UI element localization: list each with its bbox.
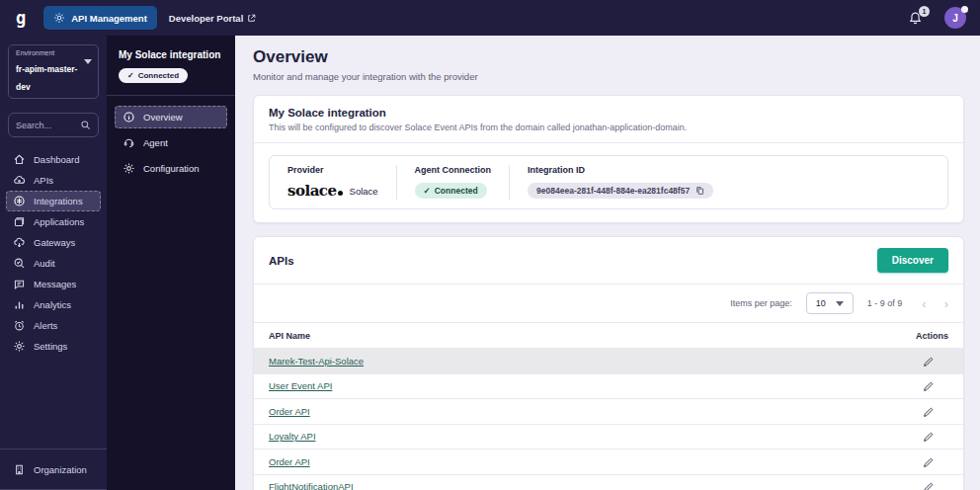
table-row: Order API bbox=[254, 449, 963, 474]
pencil-icon bbox=[922, 356, 935, 368]
gear-icon bbox=[122, 162, 135, 175]
table-row: FlightNotificationAPI bbox=[254, 474, 963, 490]
applications-icon bbox=[13, 215, 26, 228]
home-icon bbox=[13, 153, 26, 166]
edit-api-button[interactable] bbox=[922, 479, 948, 490]
page-title: Overview bbox=[253, 47, 964, 67]
divider bbox=[254, 142, 963, 143]
provider-group: Provider solace Solace bbox=[270, 165, 396, 200]
chevron-down-icon bbox=[836, 301, 844, 306]
gateway-icon bbox=[13, 236, 26, 249]
sidebar-item-analytics[interactable]: Analytics bbox=[6, 294, 101, 315]
provider-name: Solace bbox=[350, 186, 378, 197]
notifications-button[interactable]: 1 bbox=[908, 11, 923, 26]
table-header: API Name Actions bbox=[254, 322, 963, 348]
gravitee-logo[interactable]: g bbox=[16, 10, 26, 27]
next-page-button[interactable]: › bbox=[944, 297, 948, 310]
integration-sidebar: My Solace integration ✓ Connected Overvi… bbox=[107, 36, 235, 490]
agent-connection-group: Agent Connection ✓ Connected bbox=[396, 165, 510, 200]
pencil-icon bbox=[922, 406, 935, 419]
apis-card-title: APIs bbox=[269, 255, 294, 267]
discover-button[interactable]: Discover bbox=[877, 248, 948, 273]
agent-connected-badge: ✓ Connected bbox=[415, 183, 487, 199]
search-icon bbox=[80, 120, 91, 130]
sidebar-item-integrations[interactable]: Integrations bbox=[6, 191, 101, 211]
copy-icon[interactable] bbox=[695, 186, 704, 196]
sidebar-item-dashboard[interactable]: Dashboard bbox=[6, 149, 101, 170]
sidebar-item-settings[interactable]: Settings bbox=[6, 336, 101, 357]
tab-agent[interactable]: Agent bbox=[115, 131, 227, 154]
sidebar-item-apis[interactable]: APIs bbox=[6, 170, 101, 191]
integration-id-chip[interactable]: 9e084eea-281f-448f-884e-ea281fc48f57 bbox=[528, 183, 713, 199]
divider bbox=[107, 95, 235, 96]
notification-count-badge: 1 bbox=[919, 6, 930, 17]
sidebar-item-organization[interactable]: Organization bbox=[6, 449, 101, 489]
api-name-link[interactable]: Marek-Test-Api-Solace bbox=[269, 356, 922, 367]
analytics-icon bbox=[13, 298, 26, 311]
chevron-down-icon bbox=[84, 59, 92, 64]
api-name-link[interactable]: Order API bbox=[269, 456, 922, 467]
edit-api-button[interactable] bbox=[922, 454, 948, 469]
audit-icon bbox=[13, 257, 26, 270]
pencil-icon bbox=[922, 380, 935, 393]
messages-icon bbox=[13, 278, 26, 290]
search-input[interactable] bbox=[16, 121, 76, 130]
integrations-icon bbox=[13, 195, 26, 207]
alerts-icon bbox=[13, 319, 26, 332]
table-row: Order API bbox=[254, 398, 963, 424]
table-row: Marek-Test-Api-Solace bbox=[254, 348, 963, 373]
info-icon bbox=[122, 111, 135, 123]
range-label: 1 - 9 of 9 bbox=[867, 298, 903, 308]
agent-icon bbox=[122, 136, 135, 149]
connected-status-badge: ✓ Connected bbox=[119, 68, 188, 83]
external-link-icon bbox=[247, 14, 256, 23]
gear-icon bbox=[53, 12, 65, 24]
topbar: g API Management Developer Portal 1 J bbox=[0, 0, 980, 36]
integration-card-title: My Solace integration bbox=[269, 107, 948, 119]
page-subtitle: Monitor and manage your integration with… bbox=[253, 71, 964, 82]
integration-id-group: Integration ID 9e084eea-281f-448f-884e-e… bbox=[509, 165, 731, 200]
edit-api-button[interactable] bbox=[922, 378, 948, 393]
api-name-link[interactable]: Order API bbox=[269, 406, 922, 417]
solace-logo: solace bbox=[287, 182, 343, 200]
edit-api-button[interactable] bbox=[922, 354, 948, 368]
developer-portal-link[interactable]: Developer Portal bbox=[169, 13, 257, 24]
sidebar-item-alerts[interactable]: Alerts bbox=[6, 315, 101, 336]
tab-configuration[interactable]: Configuration bbox=[115, 157, 227, 180]
provider-summary: Provider solace Solace Agent Connection … bbox=[269, 155, 948, 209]
search-box[interactable] bbox=[8, 113, 99, 137]
edit-api-button[interactable] bbox=[922, 404, 948, 419]
table-row: Loyalty API bbox=[254, 424, 963, 449]
items-per-page-select[interactable]: 10 bbox=[806, 292, 854, 314]
main-content: Overview Monitor and manage your integra… bbox=[235, 36, 980, 490]
environment-select[interactable]: Environment fr-apim-master-dev bbox=[8, 44, 99, 99]
sidebar-item-messages[interactable]: Messages bbox=[6, 274, 101, 294]
pencil-icon bbox=[922, 481, 935, 490]
edit-api-button[interactable] bbox=[922, 429, 948, 444]
sidebar: Environment fr-apim-master-dev Dashboard… bbox=[0, 36, 107, 490]
integration-title: My Solace integration bbox=[115, 49, 227, 60]
api-name-link[interactable]: FlightNotificationAPI bbox=[269, 481, 922, 490]
avatar-status-dot bbox=[961, 6, 968, 13]
apis-card: APIs Discover Items per page: 10 1 - 9 o… bbox=[253, 236, 964, 490]
check-icon: ✓ bbox=[424, 186, 431, 196]
tab-overview[interactable]: Overview bbox=[115, 106, 227, 128]
organization-icon bbox=[13, 463, 26, 476]
integration-card: My Solace integration This will be confi… bbox=[253, 95, 964, 223]
previous-page-button[interactable]: ‹ bbox=[922, 297, 926, 310]
paginator: Items per page: 10 1 - 9 of 9 ‹ › bbox=[254, 284, 963, 322]
user-avatar[interactable]: J bbox=[944, 7, 966, 29]
items-per-page-label: Items per page: bbox=[730, 298, 792, 308]
api-name-link[interactable]: Loyalty API bbox=[269, 431, 922, 442]
pencil-icon bbox=[922, 431, 935, 444]
sidebar-item-audit[interactable]: Audit bbox=[6, 253, 101, 274]
cloud-icon bbox=[13, 174, 26, 187]
api-name-link[interactable]: User Event API bbox=[269, 380, 922, 391]
api-management-button[interactable]: API Management bbox=[43, 6, 157, 30]
gear-icon bbox=[13, 340, 26, 353]
sidebar-item-gateways[interactable]: Gateways bbox=[6, 232, 101, 253]
sidebar-item-applications[interactable]: Applications bbox=[6, 211, 101, 232]
table-row: User Event API bbox=[254, 373, 963, 399]
pencil-icon bbox=[922, 456, 935, 469]
integration-card-description: This will be configured to discover Sola… bbox=[269, 122, 948, 132]
